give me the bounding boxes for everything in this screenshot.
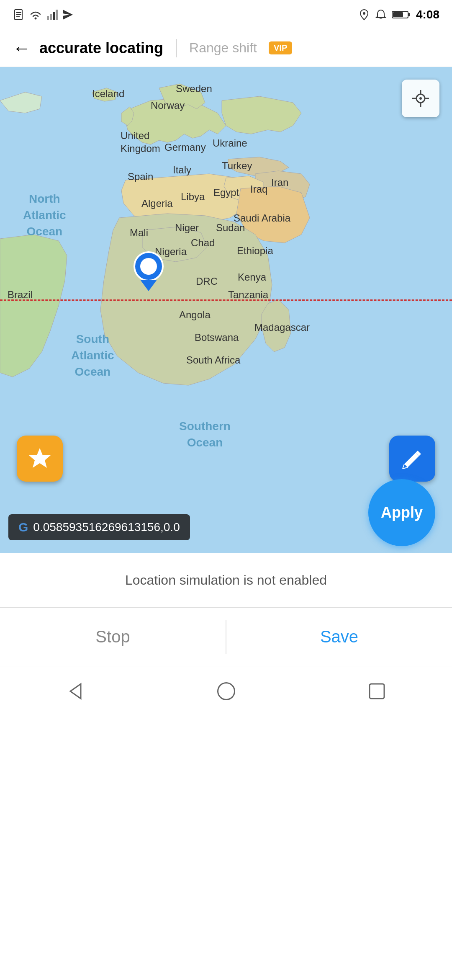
location-pin[interactable] [132,251,165,295]
nav-home-button[interactable] [215,680,238,703]
save-label: Save [320,627,358,646]
navigation-bar [0,666,452,716]
star-favorite-button[interactable] [17,436,63,482]
bell-icon [375,9,387,21]
svg-point-23 [419,97,422,100]
document-icon [13,8,25,21]
map-svg [0,67,452,553]
coordinates-text: 0.058593516269613156,0.0 [33,521,180,534]
status-right-icons: 4:08 [358,8,439,21]
svg-rect-13 [393,12,403,17]
page-title: accurate locating [39,39,163,57]
location-icon [358,9,370,21]
status-left-icons [13,8,74,21]
svg-rect-5 [47,16,49,20]
stop-button[interactable]: Stop [0,608,226,666]
crosshair-button[interactable] [402,80,439,117]
equator-line [0,299,452,301]
svg-rect-7 [53,12,55,20]
svg-point-4 [35,18,37,20]
nav-home-icon [215,680,238,703]
svg-marker-9 [63,10,73,20]
action-bar: Stop Save [0,607,452,666]
wifi-icon [28,8,43,21]
apply-button[interactable]: Apply [368,479,435,546]
svg-rect-12 [408,13,410,16]
status-bar: 4:08 [0,0,452,29]
edit-location-button[interactable] [389,436,435,482]
nav-back-icon [64,680,87,703]
svg-point-16 [140,258,157,275]
star-icon [27,446,52,471]
range-shift-label[interactable]: Range shift [189,40,257,56]
svg-marker-27 [70,684,81,699]
header-divider [176,39,177,57]
stop-label: Stop [95,627,130,646]
svg-point-10 [363,12,365,15]
nav-recents-icon [365,680,388,703]
time-display: 4:08 [416,8,439,21]
google-logo-g: G [18,520,28,534]
save-button[interactable]: Save [226,608,452,666]
svg-rect-29 [370,684,384,699]
svg-rect-8 [56,10,58,20]
coordinates-bar: G 0.058593516269613156,0.0 [8,514,190,540]
nav-recents-button[interactable] [365,680,388,703]
battery-icon [392,10,411,20]
app-header: ← accurate locating Range shift VIP [0,29,452,67]
crosshair-icon [410,88,431,109]
send-icon [62,9,74,21]
svg-point-28 [218,683,234,700]
edit-icon [401,447,424,470]
nav-back-button[interactable] [64,680,87,703]
svg-rect-6 [50,14,52,20]
bottom-info-bar: Location simulation is not enabled [0,553,452,607]
svg-marker-17 [140,280,157,291]
map-view[interactable]: Iceland Sweden Norway UnitedKingdom Germ… [0,67,452,553]
vip-badge: VIP [269,41,292,54]
simulation-status-text: Location simulation is not enabled [125,573,327,588]
signal-icon [46,8,59,21]
back-button[interactable]: ← [13,38,31,59]
svg-marker-24 [29,448,51,468]
